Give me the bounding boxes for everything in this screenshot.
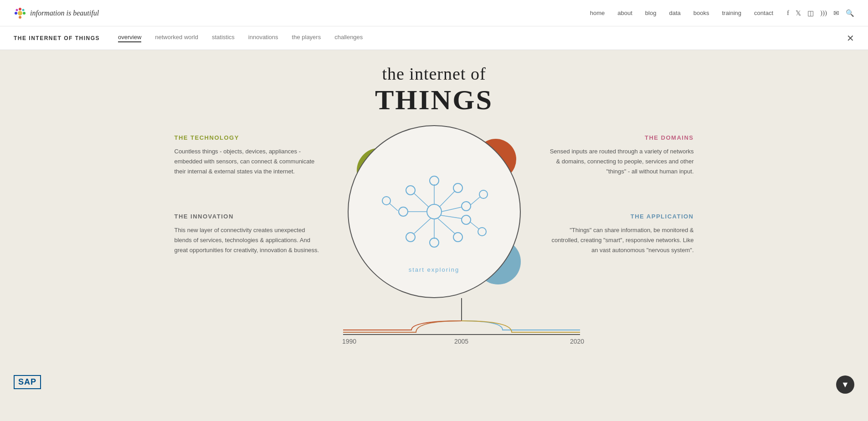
instagram-icon[interactable]: ◫	[807, 9, 814, 17]
social-links: f 𝕏 ◫ ))) ✉ 🔍	[787, 9, 854, 17]
sap-logo: SAP	[14, 375, 41, 389]
svg-point-13	[462, 202, 471, 211]
page-title-top: the internet of	[382, 64, 486, 83]
nav-books[interactable]: books	[693, 10, 709, 16]
page-title-area: the internet of THINGS	[0, 64, 868, 116]
svg-point-19	[430, 238, 439, 247]
main-nav-links: home about blog data books training cont…	[590, 10, 773, 16]
application-section: THE APPLICATION "Things" can share infor…	[548, 213, 694, 255]
technology-title: THE TECHNOLOGY	[175, 134, 320, 141]
twitter-icon[interactable]: 𝕏	[796, 9, 801, 17]
svg-point-11	[453, 183, 462, 193]
svg-point-0	[18, 11, 22, 15]
svg-point-2	[15, 12, 17, 15]
svg-line-28	[470, 222, 479, 229]
main-content: the internet of THINGS THE TECHNOLOGY Co…	[0, 50, 868, 421]
timeline-stem: 1990 2005 2020	[320, 298, 603, 357]
secondary-navigation: THE INTERNET OF THINGS overview networke…	[0, 26, 868, 50]
technology-body: Countless things - objects, devices, app…	[175, 147, 320, 177]
bottom-area: SAP ▼	[0, 353, 868, 398]
svg-line-10	[439, 191, 455, 207]
nav-data[interactable]: data	[669, 10, 680, 16]
svg-line-26	[471, 197, 480, 205]
nav-contact[interactable]: contact	[754, 10, 773, 16]
start-exploring-label[interactable]: start exploring	[409, 266, 460, 273]
svg-point-31	[382, 197, 390, 205]
close-button[interactable]: ✕	[847, 33, 854, 44]
svg-line-20	[414, 218, 431, 233]
innovation-title: THE INNOVATION	[175, 213, 320, 220]
innovation-body: This new layer of connectivity creates u…	[175, 225, 320, 255]
logo-icon	[14, 7, 26, 20]
innovation-section: THE INNOVATION This new layer of connect…	[175, 213, 320, 255]
svg-text:2005: 2005	[454, 338, 468, 345]
nav-home[interactable]: home	[590, 10, 605, 16]
subnav-players[interactable]: the players	[292, 34, 321, 42]
nav-blog[interactable]: blog	[645, 10, 657, 16]
svg-point-27	[479, 190, 488, 198]
nav-about[interactable]: about	[617, 10, 632, 16]
left-column: THE TECHNOLOGY Countless things - object…	[175, 125, 320, 256]
center-area: start exploring 1990 2005 2	[320, 125, 548, 357]
right-column: THE DOMAINS Sensed inputs are routed thr…	[548, 125, 694, 256]
subnav-innovations[interactable]: innovations	[248, 34, 278, 42]
email-icon[interactable]: ✉	[833, 9, 839, 17]
svg-text:2020: 2020	[570, 338, 584, 345]
svg-text:1990: 1990	[342, 338, 356, 345]
page-title-bottom: THINGS	[0, 84, 868, 116]
scroll-down-button[interactable]: ▼	[836, 375, 854, 394]
subnav-challenges[interactable]: challenges	[334, 34, 363, 42]
svg-point-23	[399, 207, 408, 216]
svg-point-21	[406, 233, 415, 242]
facebook-icon[interactable]: f	[787, 9, 789, 17]
subnav-overview[interactable]: overview	[118, 34, 141, 42]
section-title: THE INTERNET OF THINGS	[14, 35, 100, 41]
svg-point-3	[23, 12, 26, 15]
svg-point-29	[478, 228, 486, 236]
top-navigation: information is beautiful home about blog…	[0, 0, 868, 26]
sub-nav-links: overview networked world statistics inno…	[118, 34, 363, 42]
content-layout: THE TECHNOLOGY Countless things - object…	[0, 125, 868, 357]
svg-point-15	[462, 215, 471, 224]
svg-point-9	[430, 176, 439, 185]
svg-line-14	[441, 215, 462, 218]
chevron-down-icon: ▼	[841, 380, 849, 390]
svg-line-30	[390, 203, 398, 211]
network-diagram	[370, 148, 498, 275]
svg-line-16	[438, 218, 455, 233]
svg-line-24	[414, 193, 429, 207]
domains-body: Sensed inputs are routed through a varie…	[548, 147, 694, 177]
logo-text: information is beautiful	[30, 9, 99, 17]
svg-point-25	[406, 186, 415, 195]
subnav-networked-world[interactable]: networked world	[155, 34, 198, 42]
logo-link[interactable]: information is beautiful	[14, 7, 99, 20]
technology-section: THE TECHNOLOGY Countless things - object…	[175, 134, 320, 177]
svg-point-6	[22, 9, 25, 11]
search-icon[interactable]: 🔍	[846, 9, 854, 17]
domains-section: THE DOMAINS Sensed inputs are routed thr…	[548, 134, 694, 177]
nav-training[interactable]: training	[722, 10, 741, 16]
circle-container[interactable]: start exploring	[348, 125, 521, 298]
subnav-statistics[interactable]: statistics	[212, 34, 235, 42]
application-body: "Things" can share information, be monit…	[548, 225, 694, 255]
domains-title: THE DOMAINS	[548, 134, 694, 141]
svg-point-4	[19, 16, 21, 19]
svg-point-5	[16, 9, 18, 11]
svg-point-1	[19, 8, 21, 10]
svg-point-17	[453, 233, 462, 242]
rss-icon[interactable]: )))	[820, 9, 827, 17]
application-title: THE APPLICATION	[548, 213, 694, 220]
svg-line-12	[442, 207, 462, 212]
